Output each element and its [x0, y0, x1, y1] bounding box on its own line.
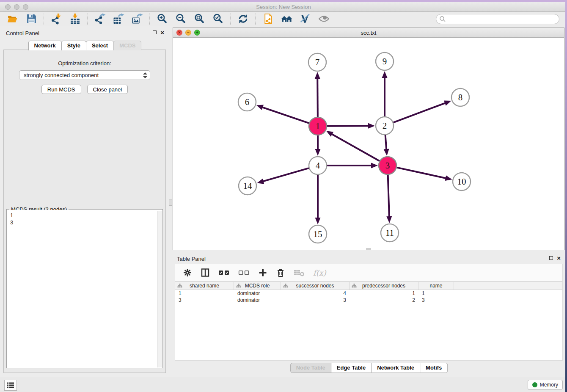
graph-node-10[interactable]: 10 [453, 173, 471, 190]
tab-node-table[interactable]: Node Table [290, 363, 331, 373]
graph-edge-arrowhead [445, 175, 452, 181]
column-header-predecessor-nodes[interactable]: predecessor nodes [350, 282, 418, 290]
graph-node-7[interactable]: 7 [308, 53, 326, 71]
delete-column-icon[interactable] [276, 267, 285, 278]
float-panel-icon[interactable] [153, 30, 157, 34]
column-header-successor-nodes[interactable]: successor nodes [281, 282, 350, 290]
table-cell[interactable]: 3 [281, 297, 350, 303]
graph-edge-1-2[interactable] [327, 126, 369, 126]
column-header-name[interactable]: name [418, 282, 454, 290]
network-window-titlebar[interactable]: × − + scc.txt [173, 28, 564, 38]
graph-node-15[interactable]: 15 [309, 225, 327, 243]
graph-node-1[interactable]: 1 [309, 117, 327, 135]
import-network-icon[interactable] [47, 13, 66, 25]
memory-button[interactable]: Memory [528, 380, 563, 390]
show-columns-icon[interactable] [218, 267, 230, 278]
float-table-panel-icon[interactable] [549, 256, 553, 260]
table-row[interactable]: 1dominator411 [175, 290, 562, 297]
refresh-icon[interactable] [234, 13, 252, 25]
panel-splitter-handle[interactable] [169, 199, 172, 206]
table-cell[interactable]: 2 [350, 297, 418, 303]
run-mcds-button[interactable]: Run MCDS [41, 85, 81, 94]
mcds-result-text[interactable]: 1 3 [7, 210, 157, 367]
tab-network-table[interactable]: Network Table [371, 363, 420, 373]
zoom-in-icon[interactable] [153, 13, 171, 25]
graph-node-8[interactable]: 8 [451, 88, 469, 106]
graph-node-4[interactable]: 4 [309, 157, 327, 174]
import-table-icon[interactable] [66, 13, 84, 25]
table-cell[interactable]: 1 [350, 290, 418, 296]
add-column-icon[interactable] [258, 267, 267, 278]
table-cell[interactable]: dominator [234, 297, 281, 303]
select-stepper-icon [143, 72, 147, 79]
table-row[interactable]: 3dominator323 [175, 297, 562, 304]
network-graph[interactable]: 1234678910111415 [173, 38, 564, 250]
graph-edge-3-11[interactable] [388, 175, 389, 217]
graph-edge-2-3[interactable] [385, 135, 387, 149]
graph-edge-3-10[interactable] [396, 168, 446, 178]
graph-edge-2-8[interactable] [394, 103, 446, 122]
table-cell[interactable]: dominator [234, 290, 281, 296]
gear-icon[interactable] [183, 267, 192, 278]
column-header-MCDS-role[interactable]: MCDS role [234, 282, 281, 290]
tree-icon [283, 283, 288, 290]
task-history-button[interactable] [4, 380, 17, 391]
zoom-out-icon[interactable] [171, 13, 190, 25]
graph-edge-1-6[interactable] [262, 107, 309, 123]
eye-icon[interactable] [314, 13, 333, 25]
graph-edge-4-14[interactable] [263, 168, 309, 181]
graph-node-11[interactable]: 11 [381, 224, 399, 242]
svg-text:2: 2 [383, 121, 387, 131]
clone-network-icon[interactable] [259, 13, 277, 25]
zoom-fit-icon[interactable] [190, 13, 209, 25]
column-header-shared-name[interactable]: shared name [175, 282, 234, 290]
export-image-icon[interactable] [128, 13, 146, 25]
node-table: shared nameMCDS rolesuccessor nodesprede… [175, 282, 563, 361]
table-cell[interactable]: 3 [175, 297, 234, 303]
tab-edge-table[interactable]: Edge Table [331, 363, 372, 373]
graph-edge-arrowhead [368, 123, 375, 129]
mcds-result-group: MCDS result (2 nodes) 1 3 [6, 209, 163, 368]
graph-edge-arrowhead [315, 72, 320, 79]
close-table-panel-icon[interactable]: × [557, 256, 561, 260]
network-canvas[interactable]: 1234678910111415 [173, 38, 564, 250]
search-input[interactable] [436, 14, 559, 24]
graph-node-14[interactable]: 14 [239, 177, 256, 195]
search-container [436, 14, 559, 24]
tab-motifs[interactable]: Motifs [420, 363, 448, 373]
tab-select[interactable]: Select [86, 41, 114, 50]
graph-edge-3-1[interactable] [332, 134, 380, 161]
graph-node-2[interactable]: 2 [376, 117, 394, 135]
export-network-icon[interactable] [91, 13, 109, 25]
save-icon[interactable] [22, 13, 41, 25]
table-cell[interactable]: 1 [175, 290, 234, 296]
tab-network[interactable]: Network [28, 41, 62, 50]
graph-edge-arrowhead [444, 101, 451, 106]
table-cell[interactable]: 3 [418, 297, 454, 303]
graph-node-6[interactable]: 6 [238, 93, 256, 111]
tab-mcds[interactable]: MCDS [113, 41, 141, 50]
mcds-result-scrollbar[interactable] [157, 211, 162, 367]
graph-edge-1-7[interactable] [317, 78, 318, 117]
export-table-icon[interactable] [109, 13, 128, 25]
open-folder-icon[interactable] [3, 13, 22, 25]
close-panel-icon[interactable]: × [160, 30, 164, 35]
control-panel-title: Control Panel [6, 30, 39, 36]
close-panel-button[interactable]: Close panel [87, 85, 128, 94]
network-resize-handle[interactable] [366, 248, 371, 250]
graph-node-3[interactable]: 3 [379, 157, 396, 174]
svg-text:7: 7 [315, 57, 320, 67]
hide-columns-icon[interactable] [238, 267, 250, 278]
home-icon[interactable] [277, 13, 296, 25]
zoom-selected-icon[interactable] [209, 13, 227, 25]
optimization-criterion-select[interactable]: strongly connected component [19, 70, 150, 80]
table-cell[interactable]: 1 [418, 290, 454, 296]
main-toolbar [0, 12, 565, 26]
svg-text:15: 15 [314, 229, 322, 239]
columns-icon[interactable] [201, 267, 210, 278]
table-cell[interactable]: 4 [281, 290, 350, 296]
tab-style[interactable]: Style [61, 41, 86, 50]
svg-text:6: 6 [245, 97, 250, 107]
graph-node-9[interactable]: 9 [376, 52, 394, 70]
vizmap-icon[interactable] [296, 13, 314, 25]
